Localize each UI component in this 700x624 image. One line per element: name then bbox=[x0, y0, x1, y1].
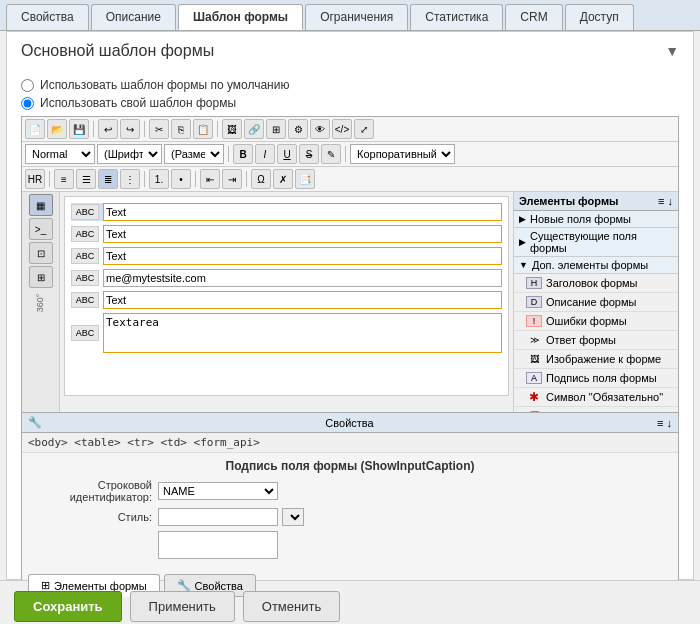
toolbar-undo[interactable]: ↩ bbox=[98, 119, 118, 139]
item-form-date[interactable]: 📅 Формат даты bbox=[514, 407, 678, 412]
apply-button[interactable]: Применить bbox=[130, 591, 235, 622]
toolbar-link[interactable]: 🔗 bbox=[244, 119, 264, 139]
toolbar-open[interactable]: 📂 bbox=[47, 119, 67, 139]
tab-access[interactable]: Доступ bbox=[565, 4, 634, 30]
elements-panel-icons: ≡ ↓ bbox=[658, 195, 673, 207]
form-input-1[interactable] bbox=[103, 225, 502, 243]
item-form-required[interactable]: ✱ Символ "Обязательно" bbox=[514, 388, 678, 407]
tab-properties[interactable]: Свойства bbox=[6, 4, 89, 30]
form-row-4[interactable]: ABC bbox=[71, 291, 502, 309]
properties-header: 🔧 Свойства ≡ ↓ bbox=[22, 413, 678, 433]
left-btn-3[interactable]: ⊡ bbox=[29, 242, 53, 264]
toolbar-ol[interactable]: 1. bbox=[149, 169, 169, 189]
style-select[interactable]: Normal bbox=[25, 144, 95, 164]
site-select[interactable]: Корпоративный сайт bbox=[350, 144, 455, 164]
toolbar-row-1: 📄 📂 💾 ↩ ↪ ✂ ⎘ 📋 🖼 🔗 ⊞ ⚙ 👁 </> ⤢ bbox=[22, 117, 678, 142]
item-form-image[interactable]: 🖼 Изображение к форме bbox=[514, 350, 678, 369]
cancel-button[interactable]: Отменить bbox=[243, 591, 340, 622]
item-form-desc[interactable]: D Описание формы bbox=[514, 293, 678, 312]
left-btn-2[interactable]: >_ bbox=[29, 218, 53, 240]
toolbar-paste[interactable]: 📋 bbox=[193, 119, 213, 139]
toolbar-copy[interactable]: ⎘ bbox=[171, 119, 191, 139]
props-row-identifier: Строковой идентификатор: NAME bbox=[28, 479, 672, 503]
toolbar-image[interactable]: 🖼 bbox=[222, 119, 242, 139]
toolbar-special2[interactable]: Ω bbox=[251, 169, 271, 189]
toolbar-strike[interactable]: S bbox=[299, 144, 319, 164]
form-row-5[interactable]: ABC Textarea bbox=[71, 313, 502, 353]
radio-custom-label: Использовать свой шаблон формы bbox=[40, 96, 236, 110]
toolbar-indent-in[interactable]: ⇥ bbox=[222, 169, 242, 189]
save-button[interactable]: Сохранить bbox=[14, 591, 122, 622]
editor-canvas[interactable]: ABC ABC ABC ABC bbox=[60, 192, 513, 412]
props-label-identifier: Строковой идентификатор: bbox=[28, 479, 158, 503]
tab-description[interactable]: Описание bbox=[91, 4, 176, 30]
style-input[interactable] bbox=[158, 508, 278, 526]
toolbar-align-justify[interactable]: ⋮ bbox=[120, 169, 140, 189]
left-btn-4[interactable]: ⊞ bbox=[29, 266, 53, 288]
toolbar-hr[interactable]: HR bbox=[25, 169, 45, 189]
toolbar-preview[interactable]: 👁 bbox=[310, 119, 330, 139]
toolbar-bold[interactable]: B bbox=[233, 144, 253, 164]
radio-default-input[interactable] bbox=[21, 79, 34, 92]
toolbar-table[interactable]: ⊞ bbox=[266, 119, 286, 139]
form-row-1[interactable]: ABC bbox=[71, 225, 502, 243]
toolbar-save[interactable]: 💾 bbox=[69, 119, 89, 139]
toolbar-align-center[interactable]: ☰ bbox=[76, 169, 96, 189]
section-new-label: Новые поля формы bbox=[530, 213, 631, 225]
form-input-4[interactable] bbox=[103, 291, 502, 309]
section-new-fields: ▶ Новые поля формы bbox=[514, 211, 678, 228]
item-form-caption[interactable]: A Подпись поля формы bbox=[514, 369, 678, 388]
toolbar-special[interactable]: ⚙ bbox=[288, 119, 308, 139]
form-input-2[interactable] bbox=[103, 247, 502, 265]
section-extra-title[interactable]: ▼ Доп. элементы формы bbox=[514, 257, 678, 274]
section-existing-title[interactable]: ▶ Существующие поля формы bbox=[514, 228, 678, 257]
sep5 bbox=[345, 146, 346, 162]
toolbar-cut[interactable]: ✂ bbox=[149, 119, 169, 139]
arrow-existing: ▶ bbox=[519, 237, 526, 247]
item-form-header[interactable]: H Заголовок формы bbox=[514, 274, 678, 293]
style-input-2[interactable] bbox=[158, 531, 278, 559]
toolbar-redo[interactable]: ↪ bbox=[120, 119, 140, 139]
toolbar-new[interactable]: 📄 bbox=[25, 119, 45, 139]
identifier-select[interactable]: NAME bbox=[158, 482, 278, 500]
radio-default-label: Использовать шаблон формы по умолчанию bbox=[40, 78, 289, 92]
item-form-errors[interactable]: ! Ошибки формы bbox=[514, 312, 678, 331]
font-select[interactable]: (Шрифт) bbox=[97, 144, 162, 164]
toolbar-paste2[interactable]: 📑 bbox=[295, 169, 315, 189]
props-row-empty bbox=[28, 531, 672, 559]
toolbar-ul[interactable]: • bbox=[171, 169, 191, 189]
form-textarea-5[interactable]: Textarea bbox=[103, 313, 502, 353]
tab-restrictions[interactable]: Ограничения bbox=[305, 4, 408, 30]
toolbar-code[interactable]: </> bbox=[332, 119, 352, 139]
collapse-icon[interactable]: ▼ bbox=[665, 43, 679, 59]
radio-custom-input[interactable] bbox=[21, 97, 34, 110]
toolbar-align-right[interactable]: ≣ bbox=[98, 169, 118, 189]
toolbar-link2[interactable]: ✎ bbox=[321, 144, 341, 164]
style-dropdown[interactable]: ▼ bbox=[282, 508, 304, 526]
toolbar-italic[interactable]: I bbox=[255, 144, 275, 164]
label-box-1: ABC bbox=[71, 226, 99, 242]
elements-panel-title: Элементы формы bbox=[519, 195, 618, 207]
form-input-0[interactable] bbox=[103, 203, 502, 221]
toolbar-underline[interactable]: U bbox=[277, 144, 297, 164]
form-row-0[interactable]: ABC bbox=[71, 203, 502, 221]
sep3 bbox=[217, 121, 218, 137]
properties-header-title: Свойства bbox=[325, 417, 373, 429]
form-row-3[interactable]: ABC bbox=[71, 269, 502, 287]
toolbar-align-left[interactable]: ≡ bbox=[54, 169, 74, 189]
form-input-3[interactable] bbox=[103, 269, 502, 287]
item-form-answer[interactable]: ≫ Ответ формы bbox=[514, 331, 678, 350]
page-title-row: Основной шаблон формы ▼ bbox=[21, 42, 679, 68]
toolbar-clean[interactable]: ✗ bbox=[273, 169, 293, 189]
tab-crm[interactable]: CRM bbox=[505, 4, 562, 30]
left-btn-1[interactable]: ▦ bbox=[29, 194, 53, 216]
sep8 bbox=[195, 171, 196, 187]
tab-statistics[interactable]: Статистика bbox=[410, 4, 503, 30]
toolbar-fullscreen[interactable]: ⤢ bbox=[354, 119, 374, 139]
form-row-2[interactable]: ABC bbox=[71, 247, 502, 265]
tab-form-template[interactable]: Шаблон формы bbox=[178, 4, 303, 30]
desc-icon: D bbox=[526, 296, 542, 308]
size-select[interactable]: (Размер) bbox=[164, 144, 224, 164]
toolbar-indent-out[interactable]: ⇤ bbox=[200, 169, 220, 189]
section-new-title[interactable]: ▶ Новые поля формы bbox=[514, 211, 678, 228]
